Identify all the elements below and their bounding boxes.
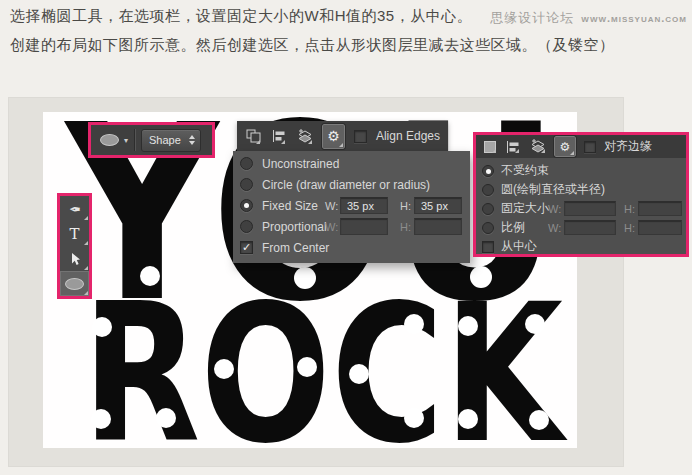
english-options-toolbar: ⚙ Align Edges — [237, 121, 448, 151]
from-center-checkbox[interactable]: ✓ — [240, 241, 253, 254]
from-center-label-cn: 从中心 — [501, 238, 537, 255]
watermark: 思缘设计论坛 www.missyuan.com — [490, 9, 687, 27]
geometry-options-button-cn[interactable]: ⚙ — [554, 136, 576, 157]
align-icon — [271, 129, 286, 143]
circle-label-cn: 圆(绘制直径或半径) — [501, 181, 605, 198]
path-alignment-button[interactable] — [270, 127, 286, 145]
gear-icon: ⚙ — [327, 128, 340, 144]
proportional-radio-cn[interactable] — [482, 222, 494, 234]
combine-shapes-icon — [528, 139, 546, 154]
shape-mode-bar: ▾ Shape — [88, 122, 215, 158]
tools-palette: ✒ T — [57, 193, 92, 299]
align-edges-label: Align Edges — [376, 129, 440, 143]
option-row-from-center-cn: 从中心 — [476, 237, 686, 256]
chinese-options-toolbar: ⚙ 对齐边缘 — [476, 135, 686, 158]
ellipse-tool-button[interactable] — [60, 271, 89, 296]
prop-h-label-cn: H: — [624, 222, 635, 234]
align-icon — [505, 140, 520, 154]
align-edges-checkbox-cn[interactable] — [584, 141, 596, 153]
path-alignment-button-cn[interactable] — [505, 140, 520, 154]
prop-h-label: H: — [400, 221, 411, 233]
fixed-size-radio-cn[interactable] — [482, 203, 494, 215]
pen-tool-button[interactable]: ✒ — [60, 196, 89, 221]
fixed-w-label-cn: W: — [548, 203, 561, 215]
from-center-label: From Center — [262, 241, 329, 255]
separator — [134, 129, 136, 151]
option-row-proportional-cn: 比例 W: H: — [476, 218, 686, 237]
option-row-unconstrained: Unconstrained — [233, 153, 470, 174]
instruction-line-1: 选择椭圆工具，在选项栏，设置固定大小的W和H值的35，从中心。 — [10, 7, 472, 26]
prop-w-label: W: — [325, 221, 338, 233]
tool-mode-value: Shape — [142, 134, 189, 146]
circle-radio-cn[interactable] — [482, 184, 494, 196]
overlapping-squares-icon — [246, 129, 261, 143]
chinese-geometry-panel: ⚙ 对齐边缘 不受约束 圆(绘制直径或半径) 固定大小 W: H: 比例 W: … — [473, 132, 689, 257]
align-edges-checkbox[interactable] — [354, 130, 367, 143]
option-row-fixed-size-cn: 固定大小 W: H: — [476, 199, 686, 218]
path-select-arrow-icon — [69, 252, 81, 266]
unconstrained-radio-cn[interactable] — [482, 165, 494, 177]
square-icon — [484, 141, 496, 153]
fixed-h-label: H: — [400, 200, 411, 212]
option-row-circle: Circle (draw diameter or radius) — [233, 174, 470, 195]
fixed-h-label-cn: H: — [624, 203, 635, 215]
preset-dropdown-arrow-icon[interactable]: ▾ — [124, 136, 128, 145]
proportional-radio[interactable] — [240, 220, 253, 233]
new-shape-layer-button-cn[interactable] — [483, 140, 497, 154]
geometry-options-button[interactable]: ⚙ — [322, 124, 345, 149]
prop-w-label-cn: W: — [548, 222, 561, 234]
fixed-size-radio[interactable] — [240, 199, 253, 212]
new-shape-layer-button[interactable] — [245, 127, 261, 145]
ellipse-icon — [65, 278, 84, 290]
combine-shapes-icon — [295, 129, 313, 144]
type-tool-button[interactable]: T — [60, 221, 89, 246]
tool-mode-select[interactable]: Shape — [141, 129, 201, 152]
circle-label: Circle (draw diameter or radius) — [262, 178, 430, 192]
unconstrained-radio[interactable] — [240, 157, 253, 170]
fixed-w-field-cn[interactable] — [564, 201, 616, 216]
path-operations-button-cn[interactable] — [528, 139, 546, 154]
align-edges-label-cn: 对齐边缘 — [604, 138, 652, 155]
from-center-checkbox-cn[interactable] — [482, 241, 494, 253]
path-operations-button[interactable] — [295, 127, 313, 145]
prop-w-field-cn[interactable] — [564, 220, 616, 235]
instruction-line-2: 创建的布局如下图所示意。然后创建选区，点击从形状图层里减去这些区域。（及镂空） — [10, 36, 615, 55]
proportional-label: Proportional — [262, 220, 327, 234]
fixed-w-field[interactable]: 35 px — [340, 197, 388, 214]
fixed-size-label: Fixed Size — [262, 199, 318, 213]
gear-icon: ⚙ — [560, 140, 571, 154]
option-row-fixed-size: Fixed Size W: 35 px H: 35 px — [233, 195, 470, 216]
ellipse-tool-preset-icon[interactable] — [100, 134, 119, 146]
proportional-label-cn: 比例 — [501, 219, 525, 236]
fixed-h-field[interactable]: 35 px — [414, 197, 462, 214]
fixed-size-label-cn: 固定大小 — [501, 200, 549, 217]
path-select-tool-button[interactable] — [60, 246, 89, 271]
option-row-from-center: ✓ From Center — [233, 237, 470, 258]
option-row-proportional: Proportional W: H: — [233, 216, 470, 237]
select-spinner-icon — [189, 135, 195, 145]
type-icon: T — [69, 225, 79, 243]
fixed-w-label: W: — [325, 200, 338, 212]
watermark-url: www.missyuan.com — [581, 12, 687, 24]
fixed-h-field-cn[interactable] — [638, 201, 682, 216]
option-row-unconstrained-cn: 不受约束 — [476, 161, 686, 180]
unconstrained-label: Unconstrained — [262, 157, 339, 171]
unconstrained-label-cn: 不受约束 — [501, 162, 549, 179]
prop-w-field[interactable] — [340, 218, 388, 235]
english-geometry-panel: Unconstrained Circle (draw diameter or r… — [233, 151, 470, 263]
option-row-circle-cn: 圆(绘制直径或半径) — [476, 180, 686, 199]
prop-h-field-cn[interactable] — [638, 220, 682, 235]
watermark-site-name: 思缘设计论坛 — [490, 9, 574, 27]
pen-icon: ✒ — [69, 201, 81, 217]
prop-h-field[interactable] — [414, 218, 462, 235]
circle-radio[interactable] — [240, 178, 253, 191]
